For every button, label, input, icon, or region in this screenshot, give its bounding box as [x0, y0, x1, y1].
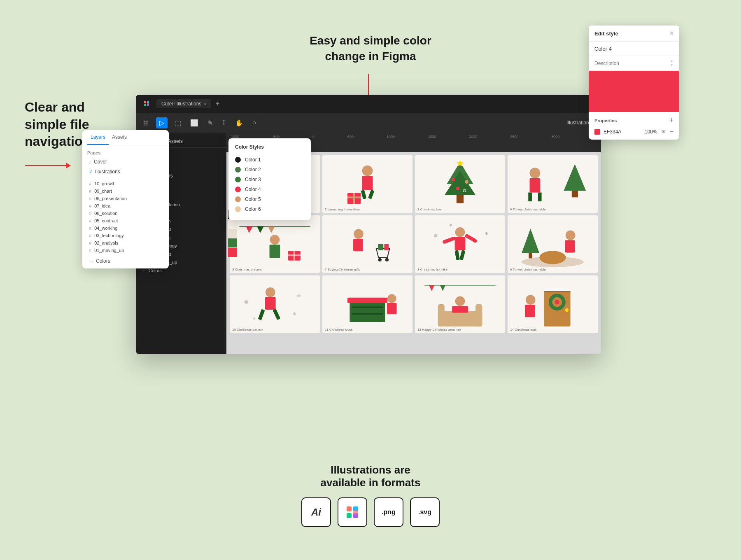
svg-point-52	[354, 229, 364, 239]
la-tab-layers[interactable]: Layers	[87, 130, 109, 145]
illus-label-8: 9 Turkey christmas table	[510, 268, 546, 271]
illus-cell-12[interactable]: 14 Christmas mail	[508, 275, 598, 333]
list-item[interactable]: #10_growth	[87, 180, 164, 187]
color-style-item-4[interactable]: Color 4	[235, 184, 304, 194]
format-figma-box[interactable]	[338, 497, 367, 527]
color-styles-title: Color Styles	[235, 144, 304, 150]
svg-rect-55	[384, 244, 389, 250]
pen-tool-icon[interactable]: ✎	[206, 117, 214, 128]
color-style-item-3[interactable]: Color 3	[235, 175, 304, 184]
svg-rect-58	[455, 237, 466, 250]
hand-tool-icon[interactable]: ✋	[233, 117, 245, 128]
illus-cell-6[interactable]: 7 Buying Christmas gifts	[322, 215, 412, 273]
illus-cell-3[interactable]: 3 Christmas tree	[415, 155, 505, 213]
illus-cell-11[interactable]: 13 Happy Christmas armchair	[415, 275, 505, 333]
select-tool-icon[interactable]: ▷	[156, 117, 168, 128]
list-item[interactable]: #06_solution	[87, 210, 164, 217]
svg-rect-91	[438, 304, 445, 327]
la-tab-assets[interactable]: Assets	[109, 130, 130, 145]
arrow-up-icon[interactable]: ▲	[670, 59, 673, 63]
colors-special-item[interactable]: ⋯ Colors	[87, 256, 164, 266]
color-preview-block[interactable]	[589, 71, 679, 112]
svg-rect-49	[323, 215, 412, 273]
list-item[interactable]: #09_chart	[87, 187, 164, 195]
color-style-item-6[interactable]: Color 6	[235, 204, 304, 214]
list-item[interactable]: #07_idea	[87, 202, 164, 210]
color-name-field[interactable]	[589, 42, 679, 56]
format-png-box[interactable]: .png	[374, 497, 403, 527]
color-styles-panel: Color Styles Color 1 Color 2 Color 3 Col…	[228, 138, 311, 220]
decorative-arrow	[25, 163, 91, 168]
format-icons-row: Ai .png .svg	[301, 497, 440, 527]
frame-tool-icon[interactable]: ⬚	[173, 117, 183, 128]
page-icon: □	[89, 160, 91, 164]
remove-icon[interactable]: −	[670, 128, 673, 135]
list-item[interactable]: #05_contract	[87, 217, 164, 224]
la-layer-section: #10_growth #09_chart #08_presentation #0…	[82, 178, 169, 268]
eye-icon[interactable]: 👁	[661, 128, 666, 135]
description-field[interactable]: ▲ ▼	[589, 56, 679, 71]
comment-tool-icon[interactable]: ○	[251, 117, 258, 128]
svg-point-68	[539, 251, 566, 264]
new-tab-button[interactable]: +	[215, 100, 220, 108]
shape-tool-icon[interactable]: ⬜	[189, 117, 200, 128]
text-tool-icon[interactable]: T	[220, 117, 228, 128]
svg-point-29	[465, 180, 468, 184]
format-svg-box[interactable]: .svg	[410, 497, 440, 527]
svg-rect-94	[452, 306, 468, 313]
page-name: Illustrations	[95, 169, 120, 175]
illus-cell-5[interactable]: 5 Christmas present	[230, 215, 320, 273]
illus-label-4: 9 Turkey christmas table	[510, 208, 546, 211]
bottom-text: Illustrations are available in formats	[321, 464, 421, 489]
color-dot-2	[235, 167, 241, 173]
list-item[interactable]: #08_presentation	[87, 195, 164, 202]
svg-point-103	[555, 300, 559, 304]
svg-rect-34	[572, 191, 578, 197]
color-style-item-5[interactable]: Color 5	[235, 194, 304, 204]
color-dot-5	[235, 196, 241, 202]
list-item[interactable]: #01_moving_up	[87, 247, 164, 254]
la-page-cover[interactable]: □ Cover	[87, 157, 164, 167]
list-item[interactable]: #03_technology	[87, 232, 164, 239]
svg-point-87	[387, 294, 396, 303]
svg-rect-22	[353, 193, 355, 204]
list-item[interactable]: #04_working	[87, 224, 164, 232]
swatch-beige	[228, 229, 237, 238]
stepper-arrows[interactable]: ▲ ▼	[670, 59, 673, 67]
format-ai-box[interactable]: Ai	[301, 497, 331, 527]
illus-label-5: 5 Christmas present	[232, 268, 262, 271]
illus-label-3: 3 Christmas tree	[417, 208, 442, 211]
png-format-label: .png	[382, 509, 396, 516]
color-style-item-2[interactable]: Color 2	[235, 165, 304, 175]
tab-close-icon[interactable]: ×	[204, 102, 206, 106]
left-heading: Clear and simple file navigation	[25, 99, 91, 150]
illus-cell-4[interactable]: 9 Turkey christmas table	[508, 155, 598, 213]
color-name-input[interactable]	[594, 46, 673, 52]
hex-value: EF334A	[604, 129, 641, 135]
list-item[interactable]: #02_analysis	[87, 239, 164, 247]
arrow-down-icon[interactable]: ▼	[670, 63, 673, 67]
svg-text:❄: ❄	[244, 299, 249, 306]
illus-cell-7[interactable]: ❄ ❄ ❄ 8 Christmas hot hike	[415, 215, 505, 273]
illus-cell-9[interactable]: ❄ ❄ ❄ ❄ 10 Christmas bar mix	[230, 275, 320, 333]
svg-rect-26	[457, 195, 464, 203]
illus-label-9: 10 Christmas bar mix	[232, 328, 263, 331]
top-center-text: Easy and simple color change in Figma	[288, 33, 453, 64]
svg-rect-88	[387, 303, 397, 314]
color-style-item-1[interactable]: Color 1	[235, 155, 304, 165]
la-page-illustrations[interactable]: ✓ Illustrations	[87, 167, 164, 177]
color-swatch[interactable]	[594, 129, 600, 135]
color-name-6: Color 6	[245, 206, 261, 212]
properties-label: Properties	[594, 118, 623, 123]
illus-cell-10[interactable]: 11 Christmas kiosk	[322, 275, 412, 333]
svg-point-57	[455, 227, 465, 237]
grid-tool-icon[interactable]: ⊞	[142, 117, 150, 128]
svg-rect-53	[353, 239, 363, 251]
figma-file-tab[interactable]: Cuterr Illustrations ×	[156, 99, 211, 108]
add-property-button[interactable]: +	[669, 116, 673, 125]
illus-cell-2[interactable]: 2 Launching themselves	[322, 155, 412, 213]
close-icon[interactable]: ×	[670, 30, 673, 37]
description-input[interactable]	[594, 61, 670, 66]
color-dot-4	[235, 187, 241, 192]
illus-cell-8[interactable]: 9 Turkey christmas table	[508, 215, 598, 273]
